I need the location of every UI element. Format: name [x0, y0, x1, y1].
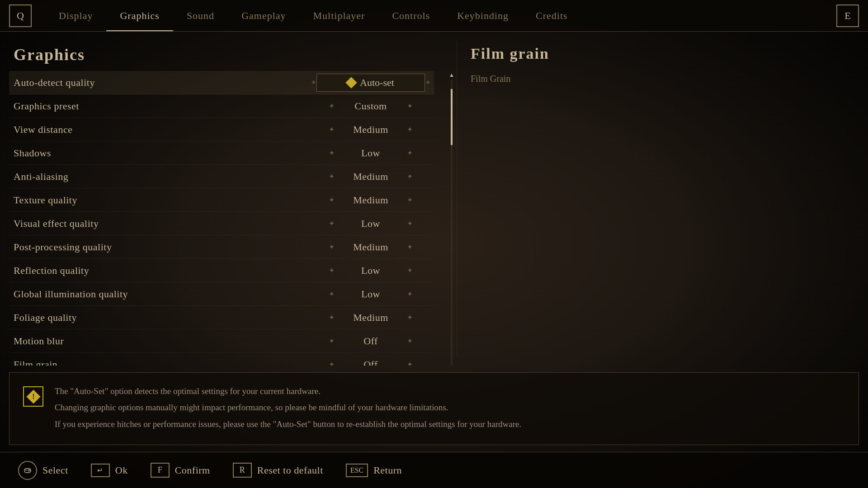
setting-value-right-arrow[interactable]: ✦	[407, 290, 413, 298]
leaf-left-icon: ✦	[329, 290, 335, 298]
setting-value-container: ✦Medium✦	[307, 171, 434, 183]
setting-value-left-arrow[interactable]: ✦	[329, 313, 335, 322]
setting-value-text: Medium	[335, 241, 407, 253]
setting-value-container: ✦Medium✦	[307, 241, 434, 253]
setting-value-left-arrow[interactable]: ✦	[329, 125, 335, 134]
setting-value-right-arrow[interactable]: ✦	[407, 125, 413, 134]
setting-row[interactable]: Visual effect quality✦Low✦	[9, 212, 434, 235]
nav-item-keybinding[interactable]: Keybinding	[443, 0, 522, 31]
warning-icon	[23, 386, 43, 407]
setting-value-left-arrow[interactable]: ✦	[329, 290, 335, 298]
auto-set-button[interactable]: Auto-set	[316, 74, 425, 92]
settings-title: Graphics	[9, 45, 448, 64]
setting-name: Shadows	[9, 147, 307, 159]
leaf-left-icon: ✦	[329, 313, 335, 322]
setting-value-left-arrow[interactable]: ✦	[329, 172, 335, 181]
setting-value-right-arrow[interactable]: ✦	[407, 243, 413, 251]
e-icon: E	[836, 5, 859, 27]
setting-name: Visual effect quality	[9, 218, 307, 230]
warning-line-1: The "Auto-Set" option detects the optima…	[55, 384, 845, 399]
setting-name: Foliage quality	[9, 312, 307, 324]
setting-value-left-arrow[interactable]: ✦	[329, 149, 335, 157]
leaf-left-icon: ✦	[329, 243, 335, 251]
setting-name: Texture quality	[9, 194, 307, 206]
setting-value-text: Low	[335, 265, 407, 277]
setting-row[interactable]: Film grain✦Off✦	[9, 353, 434, 366]
reset-key-icon: R	[233, 463, 252, 478]
setting-value-right-arrow[interactable]: ✦	[407, 196, 413, 204]
nav-item-multiplayer[interactable]: Multiplayer	[300, 0, 379, 31]
setting-value-left-arrow[interactable]: ✦	[329, 360, 335, 366]
setting-value-left-arrow[interactable]: ✦	[329, 266, 335, 275]
setting-value-right-arrow[interactable]: ✦	[407, 219, 413, 228]
leaf-left-icon: ✦	[329, 172, 335, 181]
leaf-left-icon: ✦	[329, 196, 335, 204]
warning-line-3: If you experience hitches or performance…	[55, 417, 845, 432]
setting-value-container: ✦Custom✦	[307, 100, 434, 112]
select-label: Select	[42, 465, 68, 476]
nav-item-gameplay[interactable]: Gameplay	[228, 0, 299, 31]
setting-value-container: ✦Low✦	[307, 265, 434, 277]
setting-value-right-arrow[interactable]: ✦	[407, 266, 413, 275]
setting-name: Reflection quality	[9, 265, 307, 277]
setting-row[interactable]: Texture quality✦Medium✦	[9, 188, 434, 212]
setting-value-container: ✦Medium✦	[307, 194, 434, 206]
setting-value-right-arrow[interactable]: ✦	[407, 149, 413, 157]
reset-label: Reset to default	[257, 465, 323, 476]
setting-row[interactable]: Shadows✦Low✦	[9, 141, 434, 165]
leaf-left-icon: ✦	[329, 219, 335, 228]
action-reset: R Reset to default	[233, 463, 323, 478]
setting-value-right-arrow[interactable]: ✦	[407, 337, 413, 345]
nav-item-controls[interactable]: Controls	[378, 0, 443, 31]
nav-item-sound[interactable]: Sound	[173, 0, 228, 31]
setting-row[interactable]: Graphics preset✦Custom✦	[9, 94, 434, 118]
nav-item-display[interactable]: Display	[45, 0, 106, 31]
setting-row[interactable]: Reflection quality✦Low✦	[9, 259, 434, 282]
setting-row[interactable]: View distance✦Medium✦	[9, 118, 434, 141]
setting-row[interactable]: Motion blur✦Off✦	[9, 329, 434, 353]
setting-value-right-arrow[interactable]: ✦	[407, 102, 413, 110]
leaf-right-icon: ✦	[407, 290, 413, 298]
setting-value-container: ✦Off✦	[307, 359, 434, 366]
warning-diamond-icon	[26, 389, 40, 404]
warning-text: The "Auto-Set" option detects the optima…	[55, 384, 845, 433]
nav-item-credits[interactable]: Credits	[522, 0, 581, 31]
setting-value-text: Custom	[335, 100, 407, 112]
setting-value-left-arrow[interactable]: ✦	[329, 102, 335, 110]
setting-row[interactable]: Post-processing quality✦Medium✦	[9, 235, 434, 259]
nav-item-graphics[interactable]: Graphics	[106, 0, 173, 31]
leaf-right-icon: ✦	[425, 78, 431, 87]
setting-row[interactable]: Auto-detect quality✦Auto-set✦	[9, 71, 434, 94]
setting-value-left-arrow[interactable]: ✦	[329, 337, 335, 345]
gamepad-icon	[24, 466, 32, 474]
ok-key-icon: ↵	[91, 464, 110, 477]
confirm-key-icon: F	[151, 463, 170, 478]
setting-row[interactable]: Foliage quality✦Medium✦	[9, 306, 434, 329]
setting-value-container: ✦Low✦	[307, 288, 434, 300]
info-panel: Film grain Film Grain	[457, 41, 868, 357]
setting-value-text: Medium	[335, 124, 407, 136]
setting-value-left-arrow[interactable]: ✦	[329, 219, 335, 228]
top-nav: Q Display Graphics Sound Gameplay Multip…	[0, 0, 868, 32]
settings-panel: Graphics Auto-detect quality✦Auto-set✦Gr…	[0, 41, 457, 357]
setting-value-left-arrow[interactable]: ✦	[329, 196, 335, 204]
setting-value-text: Medium	[335, 194, 407, 206]
setting-value-right-arrow[interactable]: ✦	[407, 360, 413, 366]
setting-value-text: Off	[335, 335, 407, 347]
leaf-left-icon: ✦	[329, 125, 335, 134]
scroll-arrow-up[interactable]: ▲	[448, 71, 455, 80]
setting-name: Graphics preset	[9, 100, 307, 112]
setting-name: Motion blur	[9, 335, 307, 347]
setting-value-right-arrow[interactable]: ✦	[407, 172, 413, 181]
setting-value-right-arrow[interactable]: ✦	[407, 313, 413, 322]
setting-value-left-arrow[interactable]: ✦	[329, 243, 335, 251]
setting-value-container: ✦Auto-set✦	[307, 74, 434, 92]
setting-row[interactable]: Anti-aliasing✦Medium✦	[9, 165, 434, 188]
setting-row[interactable]: Global illumination quality✦Low✦	[9, 282, 434, 306]
setting-value-text: Medium	[335, 171, 407, 183]
leaf-right-icon: ✦	[407, 266, 413, 275]
leaf-left-icon: ✦	[311, 78, 316, 87]
q-icon: Q	[9, 5, 32, 27]
setting-value-text: Medium	[335, 312, 407, 324]
action-confirm: F Confirm	[151, 463, 210, 478]
